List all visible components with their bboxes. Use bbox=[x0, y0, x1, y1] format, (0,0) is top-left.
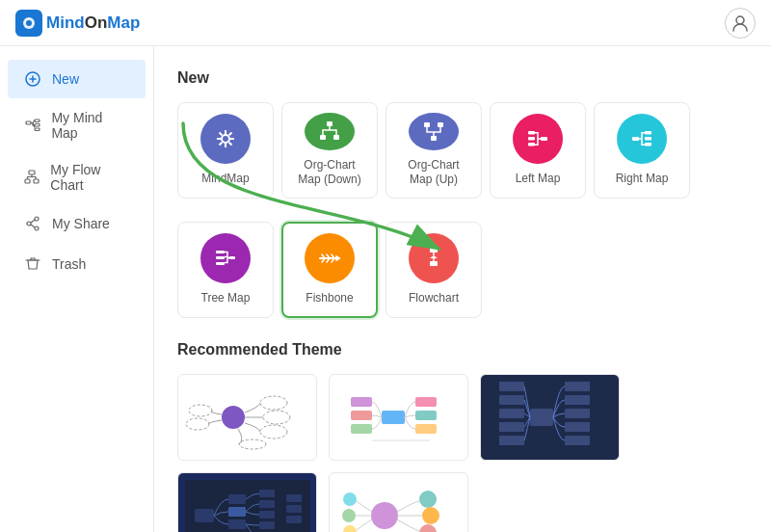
svg-rect-24 bbox=[541, 137, 547, 141]
svg-point-14 bbox=[35, 226, 39, 230]
my-mind-map-icon bbox=[23, 116, 41, 135]
svg-rect-75 bbox=[259, 500, 275, 508]
svg-rect-7 bbox=[35, 124, 40, 127]
flowchart-type[interactable]: Flowchart bbox=[386, 222, 482, 318]
mindmap-icon-circle bbox=[200, 114, 251, 164]
theme-1[interactable] bbox=[177, 374, 317, 461]
svg-rect-65 bbox=[499, 409, 524, 418]
svg-rect-77 bbox=[259, 521, 275, 529]
mindmap-type[interactable]: MindMap bbox=[177, 102, 274, 199]
svg-rect-50 bbox=[415, 397, 437, 407]
sidebar-new-label: New bbox=[52, 71, 79, 87]
sidebar-my-flow-chart-label: My Flow Chart bbox=[50, 162, 130, 193]
svg-rect-79 bbox=[286, 494, 302, 502]
sidebar-item-my-share[interactable]: My Share bbox=[8, 204, 146, 243]
my-share-icon bbox=[23, 214, 42, 233]
fishbone-icon-circle bbox=[305, 233, 355, 283]
svg-rect-82 bbox=[336, 480, 462, 533]
tree-map-label: Tree Map bbox=[201, 291, 251, 306]
user-account-icon[interactable] bbox=[725, 8, 756, 39]
sidebar: New My Mind Map bbox=[0, 46, 154, 532]
svg-rect-67 bbox=[499, 436, 524, 445]
content-area: New MindMap bbox=[154, 46, 771, 532]
svg-rect-27 bbox=[528, 143, 535, 146]
main-layout: New My Mind Map bbox=[0, 46, 771, 532]
svg-rect-32 bbox=[229, 256, 235, 259]
org-chart-down-type[interactable]: Org-Chart Map (Down) bbox=[281, 102, 378, 199]
svg-rect-30 bbox=[645, 137, 651, 141]
svg-rect-10 bbox=[25, 179, 30, 183]
svg-rect-73 bbox=[228, 519, 246, 529]
left-map-label: Left Map bbox=[516, 172, 561, 187]
svg-rect-33 bbox=[216, 251, 225, 253]
svg-point-3 bbox=[736, 16, 744, 24]
svg-rect-38 bbox=[430, 261, 438, 266]
svg-rect-61 bbox=[565, 422, 590, 432]
map-types-row2: Tree Map Fishbone bbox=[177, 222, 748, 318]
svg-rect-29 bbox=[645, 131, 651, 135]
sidebar-trash-label: Trash bbox=[52, 256, 86, 272]
my-flow-chart-icon bbox=[23, 168, 40, 187]
sidebar-item-new[interactable]: New bbox=[8, 60, 146, 98]
tree-map-icon-circle bbox=[200, 233, 251, 283]
svg-point-84 bbox=[419, 491, 437, 508]
svg-rect-63 bbox=[565, 382, 590, 391]
svg-point-13 bbox=[27, 222, 31, 226]
svg-rect-64 bbox=[499, 395, 524, 405]
org-chart-down-label: Org-Chart Map (Down) bbox=[292, 158, 367, 188]
theme-5[interactable] bbox=[329, 472, 468, 532]
theme-4[interactable] bbox=[177, 472, 317, 532]
theme-2[interactable] bbox=[329, 374, 468, 461]
right-map-label: Right Map bbox=[616, 172, 669, 187]
svg-rect-66 bbox=[499, 422, 524, 432]
svg-point-88 bbox=[342, 509, 356, 522]
svg-rect-22 bbox=[424, 122, 430, 127]
fishbone-type[interactable]: Fishbone bbox=[281, 222, 378, 318]
org-chart-up-icon-circle bbox=[409, 113, 459, 150]
themes-grid bbox=[177, 374, 748, 532]
svg-rect-23 bbox=[438, 122, 443, 127]
sidebar-my-share-label: My Share bbox=[52, 216, 110, 231]
logo: MindOnMap bbox=[15, 10, 140, 37]
svg-rect-62 bbox=[565, 436, 590, 445]
recommended-section-title: Recommended Theme bbox=[177, 341, 748, 359]
svg-rect-60 bbox=[565, 409, 590, 418]
svg-rect-53 bbox=[351, 397, 372, 407]
org-chart-down-icon-circle bbox=[305, 113, 355, 150]
flowchart-label: Flowchart bbox=[409, 291, 459, 306]
svg-point-85 bbox=[422, 507, 439, 524]
mindmap-label: MindMap bbox=[201, 172, 249, 187]
right-map-type[interactable]: Right Map bbox=[594, 102, 690, 199]
svg-marker-37 bbox=[430, 255, 438, 258]
logo-text: MindOnMap bbox=[46, 13, 140, 33]
svg-rect-31 bbox=[645, 143, 651, 146]
svg-rect-68 bbox=[499, 382, 524, 391]
left-map-icon-circle bbox=[513, 114, 563, 164]
svg-rect-5 bbox=[26, 121, 31, 124]
sidebar-item-trash[interactable]: Trash bbox=[8, 245, 146, 283]
sidebar-item-my-mind-map[interactable]: My Mind Map bbox=[8, 100, 146, 150]
svg-point-87 bbox=[343, 492, 357, 506]
svg-rect-35 bbox=[216, 262, 225, 265]
svg-rect-36 bbox=[430, 248, 438, 253]
svg-rect-80 bbox=[286, 505, 302, 513]
theme-3[interactable] bbox=[480, 374, 620, 461]
svg-rect-51 bbox=[415, 411, 437, 420]
sidebar-item-my-flow-chart[interactable]: My Flow Chart bbox=[8, 152, 146, 202]
svg-rect-70 bbox=[195, 509, 214, 522]
map-types-row1: MindMap Org-Chart Map (Down) bbox=[177, 102, 748, 199]
header: MindOnMap bbox=[0, 0, 771, 46]
flowchart-icon-circle bbox=[409, 233, 459, 283]
org-chart-up-type[interactable]: Org-Chart Map (Up) bbox=[386, 102, 482, 199]
svg-rect-74 bbox=[259, 490, 275, 497]
svg-rect-8 bbox=[35, 128, 40, 131]
svg-point-2 bbox=[26, 20, 32, 26]
svg-rect-55 bbox=[351, 424, 372, 434]
new-section-title: New bbox=[177, 69, 748, 87]
svg-rect-71 bbox=[228, 494, 246, 504]
svg-rect-52 bbox=[415, 424, 437, 434]
tree-map-type[interactable]: Tree Map bbox=[177, 222, 274, 318]
svg-rect-59 bbox=[565, 395, 590, 405]
logo-icon bbox=[15, 10, 42, 37]
left-map-type[interactable]: Left Map bbox=[490, 102, 586, 199]
